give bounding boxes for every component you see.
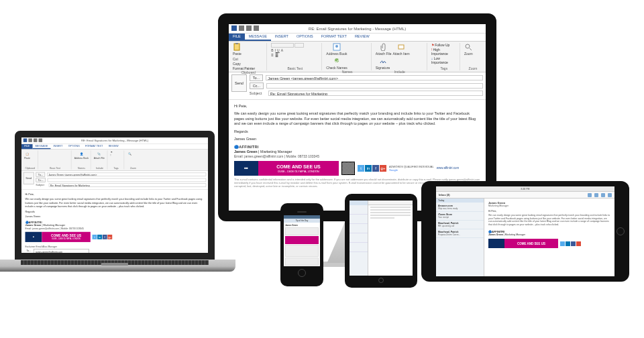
facebook-icon[interactable]: f	[103, 235, 107, 239]
googleplus-icon[interactable]: g+	[107, 235, 112, 239]
reply-icon[interactable]	[601, 193, 605, 197]
check-names-button[interactable]: Check Names	[326, 57, 347, 70]
subject-field[interactable]: Re: Email Signatures for Marketing	[268, 91, 483, 96]
twitter-icon[interactable]: t	[358, 165, 364, 172]
ribbon-group-clipboard: Paste Cut Copy Format Painter Clipboard	[230, 43, 267, 70]
to-button[interactable]: To...	[250, 74, 263, 81]
tab-message[interactable]: MESSAGE	[245, 34, 271, 41]
tab-insert[interactable]: INSERT	[271, 34, 292, 41]
home-button[interactable]	[616, 227, 625, 235]
tab-message[interactable]: MESSAGE	[32, 144, 50, 150]
qat-undo-icon[interactable]	[246, 25, 252, 31]
ribbon-tabs: FILE MESSAGE INSERT OPTIONS FORMAT TEXT …	[229, 34, 486, 42]
signature: 🔵AFFINITRI James Green | Marketing Manag…	[488, 230, 610, 236]
twitter-icon[interactable]: t	[93, 235, 97, 239]
number-list-icon[interactable]: ≣	[275, 53, 278, 58]
cc-field[interactable]	[266, 83, 483, 89]
signature-url[interactable]: www.affinitri.com	[437, 166, 460, 170]
tablet-large-screen: 8:48 PM Inbox (3) Today Amazon.comShip n…	[436, 186, 614, 276]
home-button[interactable]	[298, 269, 306, 277]
tab-options[interactable]: OPTIONS	[65, 144, 82, 150]
attach-file-button[interactable]: Attach File	[376, 43, 392, 56]
twitter-icon[interactable]	[560, 241, 565, 246]
signature-icon	[379, 57, 387, 65]
linkedin-icon[interactable]	[566, 241, 570, 246]
paperclip-icon	[380, 43, 388, 51]
tab-options[interactable]: OPTIONS	[292, 34, 317, 41]
send-button[interactable]: Send	[231, 74, 247, 92]
flag-icon: ⚑	[431, 43, 434, 47]
campaign-banner[interactable]: COME AND SEE US	[488, 239, 610, 248]
mail-content[interactable]: James Green	[284, 223, 320, 266]
address-book-button[interactable]: Address Book	[326, 43, 347, 56]
tab-file[interactable]: FILE	[229, 34, 245, 41]
svg-point-3	[335, 45, 338, 48]
high-importance-button[interactable]: ! High Importance	[431, 48, 457, 56]
paste-button[interactable]: Paste	[233, 43, 241, 56]
tab-review[interactable]: REVIEW	[351, 34, 374, 41]
ribbon-group-tags: ⚑ Follow Up ! High Importance ↓ Low Impo…	[429, 43, 460, 70]
message-body[interactable]: Hi Pete, We can easily design you some g…	[229, 100, 486, 192]
tab-review[interactable]: REVIEW	[105, 144, 121, 150]
status-bar: 8:48 PM	[436, 186, 614, 192]
phone-screen: Tip of the Day James Green	[284, 215, 320, 266]
outlook-window-laptop: RE: Email Signatures for Marketing - Mes…	[21, 137, 208, 256]
sig-contact: Email: james.green@affinitri.com | Mobil…	[234, 154, 480, 159]
ribbon-group-names: Address Book Check Names Names	[323, 43, 371, 70]
attach-item-button[interactable]: Attach Item	[392, 43, 409, 56]
ribbon-group-basic-text: B I U A ≡ ≣ Basic Text	[268, 43, 322, 70]
linkedin-icon[interactable]: in	[97, 235, 102, 239]
svg-rect-0	[234, 44, 239, 50]
quick-access-toolbar	[231, 25, 259, 31]
brand-logo: 🔵AFFINITRI	[234, 145, 480, 150]
tab-file[interactable]: FILE	[21, 144, 32, 150]
greeting: Hi Pete,	[234, 104, 480, 109]
laptop-device: RE: Email Signatures for Marketing - Mes…	[15, 131, 235, 272]
message-list[interactable]: Today Amazon.comShip now, items ready iT…	[436, 199, 484, 276]
facebook-icon[interactable]	[571, 241, 576, 246]
googleplus-icon[interactable]	[576, 241, 581, 246]
home-button[interactable]	[378, 278, 384, 283]
bullet-list-icon[interactable]: ≡	[271, 53, 274, 58]
low-importance-button[interactable]: ↓ Low Importance	[431, 56, 457, 64]
facebook-icon[interactable]: f	[372, 165, 379, 172]
outlook-icon	[231, 25, 237, 31]
googleplus-icon[interactable]: g+	[380, 165, 386, 172]
subject-label: Subject	[250, 91, 266, 95]
qat-save-icon[interactable]	[239, 25, 244, 31]
adwords-badge: ADWORDS QUALIFIED INDIVIDUAL Google	[389, 165, 434, 172]
cc-button[interactable]: Cc...	[250, 82, 264, 89]
mail-preview[interactable]	[368, 201, 413, 276]
banner-phone[interactable]	[285, 236, 319, 244]
social-buttons: t in f g+	[358, 165, 386, 172]
tablet-landscape-device: 8:48 PM Inbox (3) Today Amazon.comShip n…	[421, 181, 629, 282]
inbox-label[interactable]: Inbox (3)	[439, 193, 450, 196]
mail-list[interactable]	[350, 201, 368, 276]
linkedin-icon[interactable]: in	[365, 165, 372, 172]
address-book-icon	[333, 43, 341, 51]
svg-rect-5	[398, 45, 404, 49]
ribbon: Paste Cut Copy Format Painter Clipboard	[229, 42, 486, 72]
cut-button[interactable]: Cut	[233, 57, 255, 61]
tab-format-text[interactable]: FORMAT TEXT	[317, 34, 351, 41]
campaign-banner[interactable]: ■■ COME AND SEE US 05/08 - 13/08 OLYMPIA…	[234, 161, 480, 176]
compose-icon[interactable]	[608, 193, 612, 197]
to-field[interactable]: James Green <james.green@affinitri.com>	[266, 75, 483, 80]
folder-icon[interactable]	[588, 193, 592, 197]
message-pane[interactable]: James Green Marketing Manager Hi Pete, W…	[484, 199, 614, 276]
window-titlebar: RE: Email Signatures for Marketing - Mes…	[229, 24, 486, 34]
zoom-button[interactable]: Zoom	[464, 43, 473, 56]
svg-point-6	[466, 44, 470, 48]
magnifier-icon	[464, 43, 472, 51]
follow-up-button[interactable]: ⚑ Follow Up	[431, 43, 457, 47]
send-button[interactable]: Send	[23, 172, 34, 184]
copy-button[interactable]: Copy	[233, 62, 255, 66]
qat-redo-icon[interactable]	[254, 25, 259, 31]
trash-icon[interactable]	[594, 193, 598, 197]
laptop-screen: RE: Email Signatures for Marketing - Mes…	[15, 131, 215, 260]
tab-insert[interactable]: INSERT	[50, 144, 65, 150]
banner-main: COME AND SEE US 05/08 - 13/08 OLYMPIA, L…	[258, 161, 339, 176]
tab-format-text[interactable]: FORMAT TEXT	[83, 144, 106, 150]
signature-button[interactable]: Signature	[376, 57, 390, 70]
message-body[interactable]: Hi Pete, We can easily design you some g…	[21, 190, 208, 256]
